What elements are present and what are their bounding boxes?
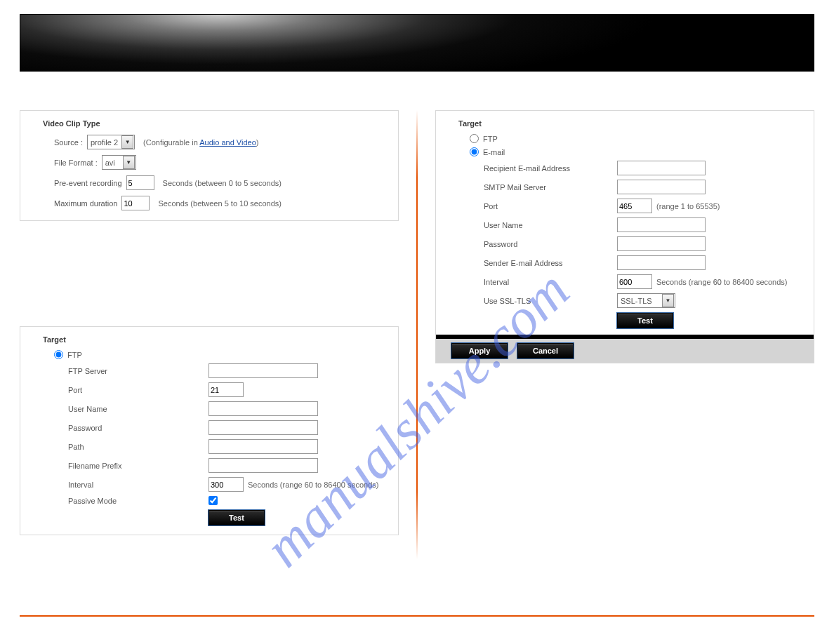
sender-label: Sender E-mail Address — [484, 259, 617, 267]
ftp-password-label: Password — [68, 424, 208, 432]
ftp-path-label: Path — [68, 443, 208, 451]
cancel-button[interactable]: Cancel — [517, 343, 574, 358]
ftp-prefix-label: Filename Prefix — [68, 462, 208, 470]
recipient-label: Recipient E-mail Address — [484, 164, 617, 173]
action-bar: Apply Cancel — [436, 339, 814, 363]
email-target-wrapper: Target FTP E-mail Recipient E-mail Addre… — [435, 110, 814, 363]
email-port-label: Port — [484, 202, 617, 210]
email-port-hint: (range 1 to 65535) — [656, 202, 720, 210]
source-select[interactable]: profile 2 ▼ — [87, 135, 135, 149]
file-format-select[interactable]: avi ▼ — [102, 155, 136, 170]
ftp-password-input[interactable] — [208, 420, 318, 435]
smtp-input[interactable] — [617, 180, 706, 194]
chevron-down-icon: ▼ — [662, 294, 674, 307]
ftp-interval-label: Interval — [68, 481, 208, 489]
email-target-title: Target — [443, 115, 807, 132]
ssl-label: Use SSL-TLS — [484, 297, 617, 305]
video-clip-type-title: Video Clip Type — [27, 115, 391, 132]
ssl-select-value: SSL-TLS — [618, 297, 661, 305]
ftp-test-button[interactable]: Test — [208, 510, 265, 525]
ftp-server-label: FTP Server — [68, 367, 208, 375]
ftp-server-input[interactable] — [208, 363, 318, 378]
target-email-radio[interactable] — [470, 147, 479, 156]
ftp-interval-hint: Seconds (range 60 to 86400 seconds) — [248, 481, 379, 489]
chevron-down-icon: ▼ — [123, 156, 135, 169]
spacer — [20, 221, 399, 326]
ftp-target-title: Target — [27, 331, 391, 348]
source-hint: (Configurable in Audio and Video) — [143, 138, 258, 147]
email-interval-hint: Seconds (range 60 to 86400 seconds) — [656, 278, 788, 286]
source-select-value: profile 2 — [88, 138, 121, 147]
preevent-input[interactable] — [126, 175, 154, 190]
top-banner — [20, 14, 814, 72]
ftp-path-input[interactable] — [208, 439, 318, 454]
target-ftp-radio[interactable] — [470, 134, 479, 143]
email-port-input[interactable] — [617, 199, 652, 213]
audio-video-link[interactable]: Audio and Video — [199, 138, 256, 147]
email-password-label: Password — [484, 240, 617, 248]
email-interval-input[interactable] — [617, 274, 652, 289]
email-interval-label: Interval — [484, 278, 617, 286]
email-target-panel: Target FTP E-mail Recipient E-mail Addre… — [436, 111, 814, 335]
ftp-interval-input[interactable] — [208, 477, 244, 492]
email-password-input[interactable] — [617, 236, 706, 251]
ssl-select[interactable]: SSL-TLS ▼ — [617, 293, 675, 308]
footer-divider — [20, 615, 814, 617]
maxdur-input[interactable] — [121, 196, 150, 210]
target-email-radio-label: E-mail — [483, 148, 505, 156]
ftp-user-input[interactable] — [208, 401, 318, 416]
ftp-target-panel: Target FTP FTP Server Port — [20, 326, 399, 535]
sender-input[interactable] — [617, 255, 706, 270]
email-test-button[interactable]: Test — [617, 313, 673, 328]
video-clip-type-panel: Video Clip Type Source : profile 2 ▼ (Co… — [20, 110, 399, 221]
left-column: Video Clip Type Source : profile 2 ▼ (Co… — [20, 110, 416, 559]
ftp-passive-label: Passive Mode — [68, 497, 208, 505]
target-ftp-radio-label: FTP — [483, 135, 498, 143]
recipient-input[interactable] — [617, 161, 706, 175]
maxdur-hint: Seconds (between 5 to 10 seconds) — [158, 199, 282, 208]
file-format-value: avi — [102, 159, 122, 167]
source-hint-suffix: ) — [256, 138, 259, 147]
smtp-label: SMTP Mail Server — [484, 183, 617, 192]
maxdur-label: Maximum duration — [54, 199, 117, 208]
ftp-prefix-input[interactable] — [208, 458, 318, 473]
ftp-port-input[interactable] — [208, 382, 244, 397]
right-column: Target FTP E-mail Recipient E-mail Addre… — [418, 110, 814, 559]
preevent-label: Pre-event recording — [54, 179, 122, 187]
ftp-radio-label: FTP — [67, 351, 82, 359]
chevron-down-icon: ▼ — [121, 135, 133, 149]
source-label: Source : — [54, 138, 83, 147]
file-format-label: File Format : — [54, 159, 98, 167]
preevent-hint: Seconds (between 0 to 5 seconds) — [163, 179, 282, 187]
apply-button[interactable]: Apply — [451, 343, 508, 358]
ftp-user-label: User Name — [68, 405, 208, 413]
ftp-port-label: Port — [68, 386, 208, 394]
email-user-label: User Name — [484, 221, 617, 229]
ftp-passive-checkbox[interactable] — [208, 496, 218, 505]
email-user-input[interactable] — [617, 217, 706, 232]
source-hint-prefix: (Configurable in — [143, 138, 199, 147]
ftp-radio[interactable] — [54, 350, 63, 359]
